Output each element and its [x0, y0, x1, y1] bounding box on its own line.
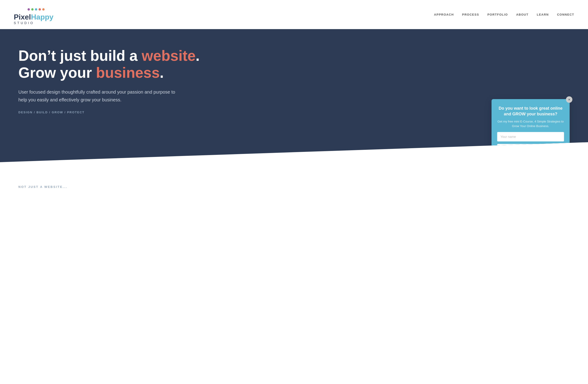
section-label-not-just: NOT JUST A WEBSITE... — [18, 185, 570, 189]
hero-heading-highlight1: website — [142, 47, 196, 64]
nav-about[interactable]: ABOUT — [516, 13, 528, 16]
nav-portfolio[interactable]: PORTFOLIO — [487, 13, 508, 16]
hero-section: Don’t just build a website. Grow your bu… — [0, 29, 588, 162]
logo-dots — [28, 8, 44, 11]
hero-subtext: User focused design thoughtfully crafted… — [18, 88, 179, 104]
dot-green — [31, 8, 34, 11]
dot-red — [39, 8, 41, 11]
hero-tagline: DESIGN / BUILD / GROW / PROTECT — [18, 111, 570, 114]
hero-heading: Don’t just build a website. Grow your bu… — [18, 47, 202, 81]
hero-heading-line2-part1: Grow your — [18, 64, 96, 81]
dot-orange — [42, 8, 44, 11]
popup-description: Get my free mini E-Course, 4 Simple Stra… — [497, 119, 564, 128]
nav-process[interactable]: PROCESS — [462, 13, 479, 16]
logo-text: PixelHappy STUDIO — [14, 13, 54, 25]
hero-heading-period1: . — [196, 47, 200, 64]
popup-close-button[interactable]: × — [566, 96, 572, 103]
nav-approach[interactable]: APPROACH — [434, 13, 454, 16]
logo-happy: Happy — [31, 13, 54, 21]
popup-title: Do you want to look great online and GRO… — [497, 106, 564, 117]
dot-blue — [35, 8, 37, 11]
main-nav: APPROACH PROCESS PORTFOLIO ABOUT LEARN C… — [434, 13, 574, 16]
hero-heading-part1: Don’t just build a — [18, 47, 142, 64]
site-header: PixelHappy STUDIO APPROACH PROCESS PORTF… — [0, 0, 588, 29]
popup-email-input[interactable] — [497, 144, 564, 154]
logo-studio: STUDIO — [14, 21, 54, 25]
dot-purple — [28, 8, 30, 11]
nav-learn[interactable]: LEARN — [537, 13, 549, 16]
logo-pixel: Pixel — [14, 13, 31, 21]
logo-main-text: PixelHappy — [14, 13, 54, 21]
popup-name-input[interactable] — [497, 132, 564, 142]
below-hero-section: NOT JUST A WEBSITE... — [0, 162, 588, 198]
hero-heading-period2: . — [160, 64, 164, 81]
hero-heading-highlight2: business — [96, 64, 160, 81]
logo[interactable]: PixelHappy STUDIO — [14, 4, 54, 25]
nav-connect[interactable]: CONNECT — [557, 13, 574, 16]
